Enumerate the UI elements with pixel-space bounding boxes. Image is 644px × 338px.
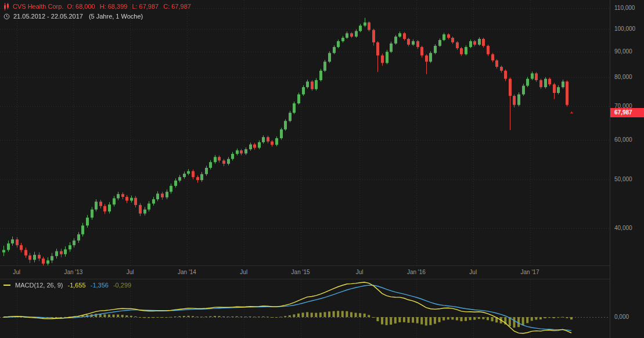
macd-indicator-label[interactable]: MACD(12, 26, 9) [15,282,63,289]
price-chart-canvas[interactable] [0,0,610,265]
instrument-name[interactable]: CVS Health Corp. [13,2,63,10]
time-tick-label: Jul [13,266,20,279]
macd-zero-label: 0,000 [610,313,644,321]
chart-window: JulJan '13JulJan '14JulJan '15JulJan '16… [0,0,644,338]
clock-icon [3,13,10,20]
instrument-legend: CVS Health Corp. O: 68,000 H: 68,399 L: … [3,2,191,20]
date-range: 21.05.2012 - 22.05.2017 [13,12,83,20]
time-tick-label: Jan '15 [292,266,310,279]
time-tick-label: Jul [127,266,134,279]
ohlc-readout: O: 68,000 H: 68,399 L: 67,987 C: 67,987 [67,2,190,10]
time-tick-label: Jan '14 [178,266,196,279]
close-value: 67,987 [171,2,191,10]
instrument-header-row: CVS Health Corp. O: 68,000 H: 68,399 L: … [3,2,191,10]
last-price-badge: 67,987 [610,108,644,117]
open-value: 68,000 [75,2,95,10]
price-tick-label: 40,000 [610,224,644,232]
timeframe-setting[interactable]: (5 Jahre, 1 Woche) [89,12,143,20]
low-value: 67,987 [139,2,159,10]
macd-line-icon [3,283,10,287]
time-tick-label: Jan '16 [407,266,426,279]
range-header-row: 21.05.2012 - 22.05.2017 (5 Jahre, 1 Woch… [3,12,191,20]
time-tick-label: Jan '13 [64,266,82,279]
price-tick-label: 90,000 [610,48,644,56]
time-tick-label: Jul [469,266,477,279]
time-axis[interactable]: JulJan '13JulJan '14JulJan '15JulJan '16… [0,265,610,279]
time-tick-label: Jul [356,266,364,279]
high-label: H: [100,2,106,10]
macd-signal-value: -1,356 [91,282,109,289]
price-axis[interactable]: 67,987 0,000 110,000100,00090,00080,0007… [610,0,644,338]
high-value: 68,399 [108,2,128,10]
price-tick-label: 100,000 [610,25,644,33]
close-label: C: [163,2,170,10]
time-tick-label: Jan '17 [521,266,539,279]
candlestick-icon [3,3,9,10]
price-tick-label: 110,000 [610,4,644,12]
macd-legend: MACD(12, 26, 9) -1,655 -1,356 -0,299 [3,282,131,289]
price-tick-label: 50,000 [610,175,644,184]
price-tick-label: 80,000 [610,73,644,81]
price-tick-label: 60,000 [610,136,644,144]
open-label: O: [67,2,74,10]
time-tick-label: Jul [240,266,247,279]
macd-value: -1,655 [68,282,86,289]
low-label: L: [132,2,137,10]
macd-histogram-value: -0,299 [113,282,131,289]
